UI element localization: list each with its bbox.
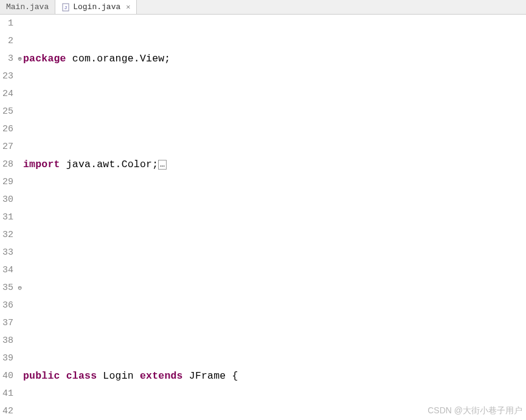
line-number: 3⊕ — [1, 50, 13, 67]
line-number: 39 — [1, 349, 13, 367]
line-number: 29 — [1, 173, 13, 191]
java-file-icon: J — [61, 3, 70, 12]
line-number: 38 — [1, 332, 13, 349]
line-number: 24 — [1, 85, 13, 103]
line-number: 1 — [1, 15, 13, 32]
fold-collapse-icon[interactable]: ⊖ — [18, 279, 22, 297]
code-line — [22, 261, 526, 279]
line-number: 40 — [1, 367, 13, 385]
line-number: 31 — [1, 208, 13, 226]
line-number: 30 — [1, 191, 13, 208]
line-number: 33 — [1, 244, 13, 261]
line-number: 41 — [1, 385, 13, 402]
code-area[interactable]: package com.orange.View; import java.awt… — [18, 15, 526, 420]
code-line: import java.awt.Color;… — [22, 156, 526, 173]
line-number: 34 — [1, 261, 13, 279]
watermark-text: CSDN @大街小巷子用户 — [427, 405, 522, 416]
code-line — [22, 103, 526, 120]
tab-login-java[interactable]: J Login.java ✕ — [55, 0, 137, 14]
collapsed-indicator[interactable]: … — [158, 160, 167, 170]
code-line — [22, 208, 526, 226]
line-number: 42 — [1, 402, 13, 420]
code-line: public class Login extends JFrame { — [22, 367, 526, 385]
line-number: 36 — [1, 297, 13, 314]
line-number: 25 — [1, 103, 13, 120]
line-number: 23 — [1, 67, 13, 85]
fold-expand-icon[interactable]: ⊕ — [18, 50, 22, 67]
code-line: package com.orange.View; — [22, 50, 526, 67]
line-number: 27 — [1, 138, 13, 156]
code-line — [22, 314, 526, 332]
line-number: 35⊖ — [1, 279, 13, 297]
line-number: 32 — [1, 226, 13, 244]
close-icon[interactable]: ✕ — [126, 2, 130, 12]
tab-bar: Main.java J Login.java ✕ — [0, 0, 526, 15]
line-gutter: 1 2 3⊕ 23 24 25 26 27 28 29 30 31 32 33 … — [0, 15, 18, 420]
tab-label: Main.java — [6, 2, 49, 12]
line-number: 2 — [1, 32, 13, 50]
code-editor[interactable]: 1 2 3⊕ 23 24 25 26 27 28 29 30 31 32 33 … — [0, 15, 526, 420]
tab-label: Login.java — [73, 2, 120, 12]
svg-text:J: J — [64, 5, 67, 10]
tab-main-java[interactable]: Main.java — [0, 0, 55, 14]
line-number: 26 — [1, 120, 13, 138]
line-number: 28 — [1, 156, 13, 173]
line-number: 37 — [1, 314, 13, 332]
